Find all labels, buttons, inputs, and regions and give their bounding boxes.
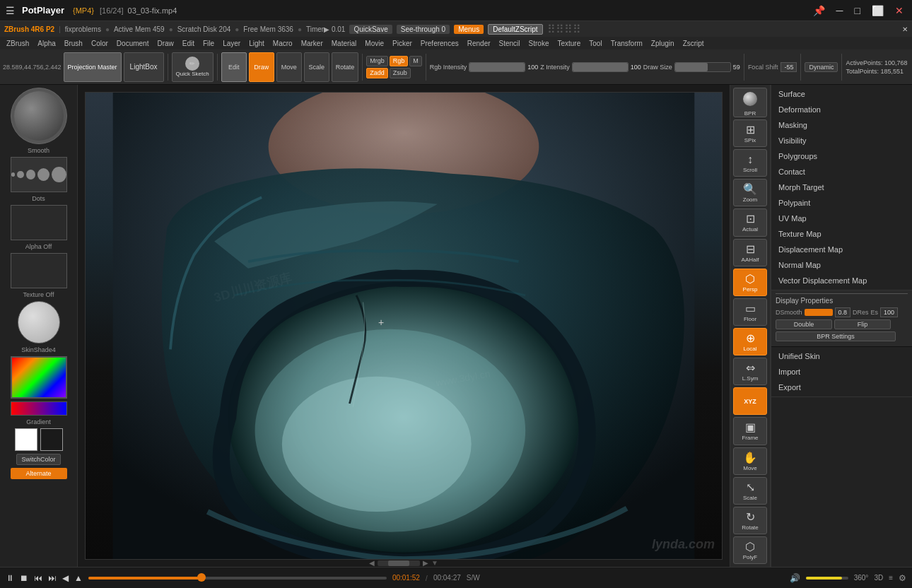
- viewport[interactable]: + 3D川川资源库 www.3dyl.cn lynda.com: [85, 92, 723, 560]
- menu-item-picker[interactable]: Picker: [389, 39, 416, 48]
- menu-item-preferences[interactable]: Preferences: [417, 39, 462, 48]
- menu-item-zscript[interactable]: Zscript: [679, 39, 708, 48]
- menu-item-movie[interactable]: Movie: [361, 39, 387, 48]
- menu-item-file[interactable]: File: [199, 39, 218, 48]
- menu-item-marker[interactable]: Marker: [298, 39, 327, 48]
- minimize-button[interactable]: ─: [834, 5, 846, 16]
- bpr-settings-button[interactable]: BPR Settings: [776, 331, 896, 341]
- morph-target-item[interactable]: Morph Target: [771, 180, 912, 195]
- zb-close-button[interactable]: ✕: [902, 25, 908, 33]
- scale-strip-button[interactable]: ⤡ Scale: [733, 477, 767, 505]
- dynamic-button[interactable]: Dynamic: [805, 62, 838, 72]
- edit-button[interactable]: Edit: [221, 52, 247, 82]
- menus-button[interactable]: Menus: [454, 25, 484, 34]
- displacement-map-item[interactable]: Displacement Map: [771, 242, 912, 257]
- restore-button[interactable]: □: [852, 5, 863, 16]
- menu-item-stroke[interactable]: Stroke: [525, 39, 553, 48]
- menu-item-alpha[interactable]: Alpha: [34, 39, 59, 48]
- mrgb-button[interactable]: Mrgb: [366, 56, 388, 66]
- move-button[interactable]: Move: [276, 52, 302, 82]
- texture-map-item[interactable]: Texture Map: [771, 226, 912, 242]
- dsmooth-slider[interactable]: [805, 309, 833, 316]
- menu-item-color[interactable]: Color: [88, 39, 112, 48]
- lightbox-button[interactable]: LightBox: [124, 52, 164, 82]
- black-swatch[interactable]: [40, 428, 63, 451]
- persp-button[interactable]: ⬡ Persp: [733, 269, 767, 296]
- actual-button[interactable]: ⊡ Actual: [733, 208, 767, 236]
- menu-item-material[interactable]: Material: [328, 39, 361, 48]
- white-swatch[interactable]: [15, 428, 37, 451]
- zoom-button[interactable]: 🔍 Zoom: [733, 179, 767, 206]
- menu-item-tool[interactable]: Tool: [585, 39, 605, 48]
- menu-item-edit[interactable]: Edit: [179, 39, 198, 48]
- intensity-slider[interactable]: [469, 62, 525, 72]
- quicksave-button[interactable]: QuickSave: [349, 25, 392, 34]
- menu-item-zbrush[interactable]: ZBrush: [3, 39, 33, 48]
- prev-button[interactable]: ⏮: [34, 573, 42, 583]
- surface-item[interactable]: Surface: [771, 86, 912, 102]
- local-button[interactable]: ⊕ Local: [733, 328, 767, 355]
- quick-sketch-button[interactable]: ✏ Quick Sketch: [172, 52, 214, 82]
- quality-3d-button[interactable]: 3D: [874, 574, 883, 582]
- rotate-strip-button[interactable]: ↻ Rotate: [733, 507, 767, 534]
- close-button[interactable]: ✕: [892, 5, 906, 16]
- floor-button[interactable]: ▭ Floor: [733, 298, 767, 326]
- volume-bar[interactable]: [806, 577, 848, 580]
- unified-skin-item[interactable]: Unified Skin: [771, 348, 912, 364]
- deformation-item[interactable]: Deformation: [771, 102, 912, 117]
- spix-button[interactable]: ⊞ SPix: [733, 119, 767, 147]
- double-button[interactable]: Double: [776, 319, 832, 329]
- projection-master-button[interactable]: Projection Master: [64, 52, 122, 82]
- prev-frame-button[interactable]: ◀: [62, 573, 69, 583]
- see-through-button[interactable]: See-through 0: [397, 25, 450, 34]
- pin-button[interactable]: 📌: [810, 5, 828, 16]
- menu-item-zplugin[interactable]: Zplugin: [648, 39, 678, 48]
- color-picker[interactable]: [11, 356, 67, 399]
- scale-button[interactable]: Scale: [304, 52, 329, 82]
- flip-button[interactable]: Flip: [834, 319, 891, 329]
- lsym-button[interactable]: ⇔ L.Sym: [733, 358, 767, 385]
- contact-item[interactable]: Contact: [771, 164, 912, 180]
- default-script-button[interactable]: DefaultZScript: [488, 24, 542, 35]
- menu-item-render[interactable]: Render: [464, 39, 494, 48]
- scroll-right-arrow[interactable]: ▶: [423, 559, 428, 567]
- export-item[interactable]: Export: [771, 380, 912, 395]
- scroll-indicator[interactable]: [378, 560, 420, 566]
- skin-shade-sphere[interactable]: [18, 301, 60, 343]
- switch-color-button[interactable]: SwitchColor: [16, 454, 60, 465]
- hamburger-icon[interactable]: ☰: [6, 5, 15, 16]
- z-intensity-slider[interactable]: [572, 62, 629, 72]
- frame-button[interactable]: ▣ Frame: [733, 417, 767, 445]
- pause-button[interactable]: ⏸: [6, 573, 14, 583]
- alpha-preview-box[interactable]: [11, 205, 67, 240]
- menu-item-document[interactable]: Document: [113, 39, 153, 48]
- aahalf-button[interactable]: ⊟ AAHalf: [733, 239, 767, 266]
- menu-item-draw[interactable]: Draw: [153, 39, 177, 48]
- normal-map-item[interactable]: Normal Map: [771, 257, 912, 273]
- subtitle-button[interactable]: ≡: [889, 574, 893, 582]
- menu-item-light[interactable]: Light: [245, 39, 268, 48]
- polygroups-item[interactable]: Polygroups: [771, 148, 912, 164]
- zsub-button[interactable]: Zsub: [390, 68, 411, 78]
- scroll-left-arrow[interactable]: ◀: [369, 559, 375, 567]
- alternate-button[interactable]: Alternate: [11, 468, 67, 479]
- move-strip-button[interactable]: ✋ Move: [733, 447, 767, 475]
- draw-size-slider[interactable]: [674, 62, 731, 72]
- next-button[interactable]: ⏭: [48, 573, 57, 583]
- visibility-item[interactable]: Visibility: [771, 133, 912, 148]
- rotate-button[interactable]: Rotate: [332, 52, 359, 82]
- uv-map-item[interactable]: UV Map: [771, 211, 912, 226]
- scroll-down-arrow[interactable]: ▼: [431, 559, 438, 567]
- zadd-button[interactable]: Zadd: [366, 68, 388, 78]
- expand-button[interactable]: ▲: [74, 573, 83, 583]
- polypaint-item[interactable]: Polypaint: [771, 195, 912, 211]
- masking-item[interactable]: Masking: [771, 117, 912, 133]
- xyz-button[interactable]: XYZ: [733, 387, 767, 415]
- settings-button[interactable]: ⚙: [899, 573, 906, 583]
- quality-360-button[interactable]: 360°: [854, 574, 869, 582]
- gradient-box[interactable]: [11, 401, 67, 416]
- menu-item-brush[interactable]: Brush: [61, 39, 86, 48]
- vector-displacement-item[interactable]: Vector Displacement Map: [771, 273, 912, 288]
- progress-thumb[interactable]: [197, 573, 206, 582]
- import-item[interactable]: Import: [771, 364, 912, 380]
